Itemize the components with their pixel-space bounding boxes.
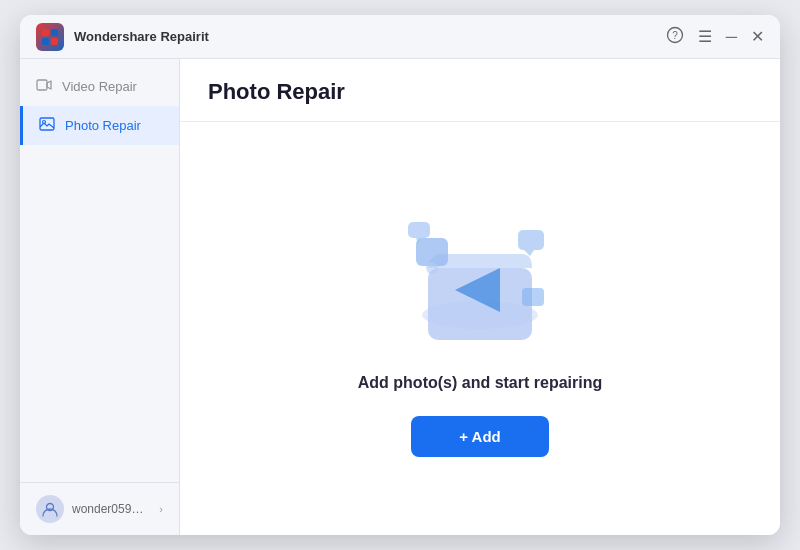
titlebar-left: Wondershare Repairit (36, 23, 209, 51)
svg-text:?: ? (672, 30, 678, 41)
app-window: Wondershare Repairit ? ☰ ─ ✕ (20, 15, 780, 535)
svg-rect-3 (51, 38, 58, 45)
user-section[interactable]: wonder059@16... › (20, 482, 179, 535)
sidebar: Video Repair Photo Repair (20, 59, 180, 535)
video-repair-icon (36, 77, 52, 96)
svg-rect-2 (42, 38, 49, 45)
illustration (400, 200, 560, 350)
user-label: wonder059@16... (72, 502, 151, 516)
svg-rect-18 (522, 288, 544, 306)
minimize-icon[interactable]: ─ (726, 28, 737, 46)
svg-rect-1 (51, 29, 58, 36)
photo-repair-icon (39, 116, 55, 135)
sidebar-label-video-repair: Video Repair (62, 79, 137, 94)
menu-icon[interactable]: ☰ (698, 27, 712, 46)
app-logo (36, 23, 64, 51)
page-title: Photo Repair (208, 79, 752, 105)
sidebar-item-photo-repair[interactable]: Photo Repair (20, 106, 179, 145)
content-area: Photo Repair (180, 59, 780, 535)
svg-rect-6 (37, 80, 47, 90)
svg-rect-16 (518, 230, 544, 250)
user-avatar (36, 495, 64, 523)
add-button[interactable]: + Add (411, 416, 549, 457)
close-icon[interactable]: ✕ (751, 27, 764, 46)
svg-rect-12 (416, 238, 448, 266)
app-title: Wondershare Repairit (74, 29, 209, 44)
svg-rect-7 (40, 118, 54, 130)
sidebar-label-photo-repair: Photo Repair (65, 118, 141, 133)
svg-rect-0 (42, 29, 49, 36)
main-layout: Video Repair Photo Repair (20, 59, 780, 535)
svg-rect-14 (408, 222, 430, 238)
user-chevron: › (159, 503, 163, 515)
content-header: Photo Repair (180, 59, 780, 122)
titlebar: Wondershare Repairit ? ☰ ─ ✕ (20, 15, 780, 59)
help-icon[interactable]: ? (666, 26, 684, 48)
svg-point-13 (426, 262, 438, 274)
content-body: Add photo(s) and start repairing + Add (180, 122, 780, 535)
prompt-text: Add photo(s) and start repairing (358, 374, 602, 392)
titlebar-controls: ? ☰ ─ ✕ (666, 26, 764, 48)
sidebar-item-video-repair[interactable]: Video Repair (20, 67, 179, 106)
